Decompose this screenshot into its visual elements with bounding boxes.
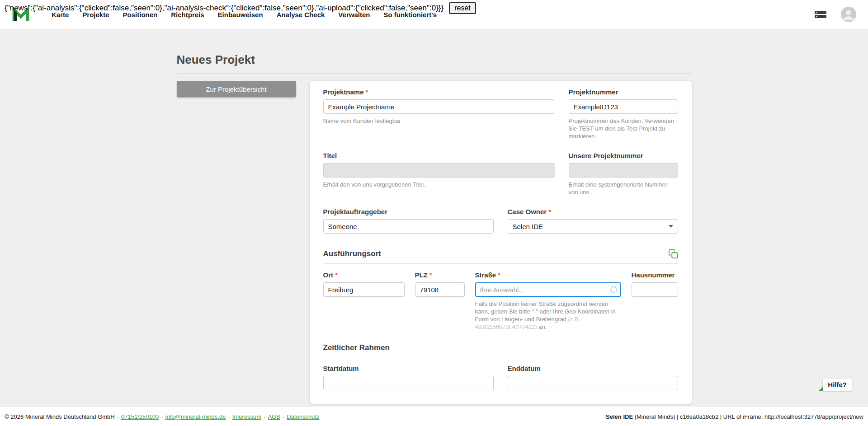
user-avatar[interactable] bbox=[841, 7, 856, 22]
field-unsere-projektnummer: Unsere Projektnummer Erhält eine systemg… bbox=[569, 152, 678, 196]
form-row-dates: Startdatum Enddatum bbox=[323, 365, 678, 390]
main-content: Neues Projekt Zur Projektübersicht Proje… bbox=[0, 29, 868, 407]
titel-helper: Erhält den von uns vorgegebenen Titel. bbox=[323, 181, 555, 188]
copyright-text: © 2026 Mineral Minds Deutschland GmbH bbox=[5, 413, 115, 420]
case-owner-select[interactable]: Selen IDE bbox=[508, 219, 678, 234]
field-titel: Titel Erhält den von uns vorgegebenen Ti… bbox=[323, 152, 555, 196]
field-enddatum: Enddatum bbox=[508, 365, 678, 390]
footer-datenschutz-link[interactable]: Datenschutz bbox=[287, 413, 319, 420]
unsere-projektnummer-label: Unsere Projektnummer bbox=[569, 152, 678, 159]
plz-label: PLZ* bbox=[415, 271, 465, 279]
footer-session-info: Selen IDE (Mineral Minds) | c16ea0a18cb2… bbox=[606, 413, 863, 420]
zeitlicher-rahmen-heading: Zeitlicher Rahmen bbox=[323, 343, 390, 352]
required-asterisk: * bbox=[548, 208, 551, 215]
loading-spinner-icon bbox=[610, 286, 617, 293]
footer-email-link[interactable]: info@mineral-minds.de bbox=[165, 413, 226, 420]
reset-button[interactable]: reset bbox=[449, 2, 476, 14]
projektauftraggeber-input[interactable] bbox=[323, 219, 494, 234]
strasse-helper: Falls die Position keiner Straße zugeord… bbox=[475, 300, 621, 331]
section-zeitlicher-rahmen: Zeitlicher Rahmen bbox=[323, 343, 678, 357]
footer-phone-link[interactable]: 07151/250100 bbox=[121, 413, 159, 420]
form-row-name-number: Projektname* Name vom Kunden festlegbar … bbox=[323, 88, 678, 140]
left-column: Zur Projektübersicht bbox=[177, 81, 296, 97]
required-asterisk: * bbox=[335, 271, 338, 279]
field-case-owner: Case Owner* Selen IDE bbox=[508, 208, 678, 234]
strasse-label: Straße* bbox=[475, 271, 621, 279]
header-right bbox=[814, 7, 856, 22]
field-hausnummer: Hausnummer bbox=[632, 271, 678, 331]
field-startdatum: Startdatum bbox=[323, 365, 494, 390]
projektnummer-label: Projektnummer bbox=[569, 88, 678, 96]
field-projektauftraggeber: Projektauftraggeber bbox=[323, 208, 494, 234]
enddatum-label: Enddatum bbox=[508, 365, 678, 372]
copy-icon[interactable] bbox=[668, 249, 678, 259]
hausnummer-label: Hausnummer bbox=[632, 271, 678, 279]
unsere-projektnummer-helper: Erhält eine systemgenerierte Nummer von … bbox=[569, 181, 678, 196]
session-user: Selen IDE bbox=[606, 413, 633, 420]
separator-dot: · bbox=[264, 413, 265, 420]
debug-bar: {"news":{"ai-analysis":{"clicked":false,… bbox=[5, 2, 476, 14]
titel-input bbox=[323, 163, 555, 178]
section-divider bbox=[323, 263, 678, 264]
help-button[interactable]: Hilfe? bbox=[823, 379, 852, 391]
ort-input[interactable] bbox=[323, 282, 405, 297]
new-project-form-card: Projektname* Name vom Kunden festlegbar … bbox=[310, 81, 692, 404]
separator-dot: · bbox=[161, 413, 163, 420]
separator-dot: · bbox=[283, 413, 284, 420]
footer-agb-link[interactable]: AGB bbox=[268, 413, 280, 420]
form-row-titel-unsere-nummer: Titel Erhält den von uns vorgegebenen Ti… bbox=[323, 152, 678, 196]
back-to-projects-button[interactable]: Zur Projektübersicht bbox=[177, 81, 296, 97]
case-owner-label: Case Owner* bbox=[508, 208, 678, 215]
server-icon[interactable] bbox=[814, 9, 827, 20]
ort-label: Ort* bbox=[323, 271, 405, 279]
field-projektname: Projektname* Name vom Kunden festlegbar bbox=[323, 88, 555, 140]
field-projektnummer: Projektnummer Projektnummer des Kunden. … bbox=[569, 88, 678, 140]
field-plz: PLZ* bbox=[415, 271, 465, 331]
projektname-helper: Name vom Kunden festlegbar bbox=[323, 117, 555, 125]
required-asterisk: * bbox=[429, 271, 432, 279]
startdatum-label: Startdatum bbox=[323, 365, 494, 372]
section-ausfuehrungsort: Ausführungsort bbox=[323, 249, 678, 264]
form-row-auftraggeber-owner: Projektauftraggeber Case Owner* Selen ID… bbox=[323, 208, 678, 234]
required-asterisk: * bbox=[498, 271, 500, 279]
titel-label: Titel bbox=[323, 152, 555, 159]
projektnummer-helper: Projektnummer des Kunden. Verwenden Sie … bbox=[569, 117, 678, 140]
ausfuehrungsort-heading: Ausführungsort bbox=[323, 249, 381, 258]
required-asterisk: * bbox=[366, 88, 368, 96]
section-divider bbox=[323, 357, 678, 357]
field-strasse: Straße* Falls die Position keiner Straße… bbox=[475, 271, 621, 331]
projektname-input[interactable] bbox=[323, 99, 555, 114]
footer-impressum-link[interactable]: Impressum bbox=[232, 413, 261, 420]
chevron-down-icon bbox=[669, 225, 673, 228]
enddatum-input[interactable] bbox=[508, 376, 678, 390]
debug-json-text: {"news":{"ai-analysis":{"clicked":false,… bbox=[5, 4, 443, 13]
session-details: (Mineral Minds) | c16ea0a18cb2 | URL of … bbox=[633, 413, 863, 420]
title-divider bbox=[177, 73, 692, 74]
projektauftraggeber-label: Projektauftraggeber bbox=[323, 208, 494, 215]
hausnummer-input[interactable] bbox=[632, 282, 678, 297]
plz-input[interactable] bbox=[415, 282, 465, 297]
startdatum-input[interactable] bbox=[323, 376, 494, 390]
footer-left: © 2026 Mineral Minds Deutschland GmbH · … bbox=[5, 413, 319, 420]
separator-dot: · bbox=[117, 413, 119, 420]
form-row-location: Ort* PLZ* Straße* Falls die Position k bbox=[323, 271, 678, 331]
unsere-projektnummer-input bbox=[569, 163, 678, 178]
projektname-label: Projektname* bbox=[323, 88, 555, 96]
case-owner-selected-value: Selen IDE bbox=[513, 223, 543, 230]
page-title: Neues Projekt bbox=[177, 52, 692, 67]
field-ort: Ort* bbox=[323, 271, 405, 331]
projektnummer-input[interactable] bbox=[569, 99, 678, 114]
separator-dot: · bbox=[228, 413, 230, 420]
strasse-input[interactable] bbox=[475, 282, 621, 297]
footer: © 2026 Mineral Minds Deutschland GmbH · … bbox=[0, 407, 868, 426]
